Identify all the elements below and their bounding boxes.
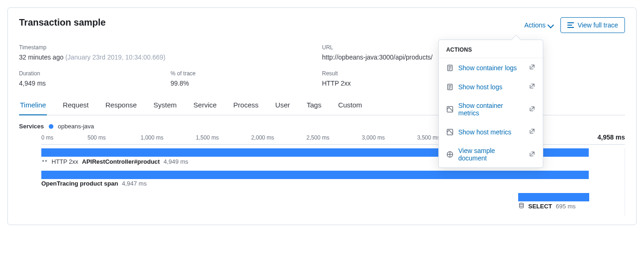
view-full-trace-button[interactable]: View full trace: [560, 17, 625, 33]
tab-timeline[interactable]: Timeline: [19, 96, 47, 115]
waterfall-label: OpenTracing product span4,947 ms: [41, 180, 147, 187]
timestamp-relative: 32 minutes ago: [19, 53, 64, 61]
span-name: SELECT: [528, 203, 552, 210]
header-actions: Actions View full trace: [522, 17, 625, 33]
meta-pct-trace-label: % of trace: [170, 70, 322, 77]
waterfall-bar: [41, 171, 589, 179]
waterfall-label: HTTP 2xxAPIRestController#product4,949 m…: [41, 158, 189, 166]
actions-popover: ACTIONS Show container logsShow host log…: [438, 40, 543, 168]
transaction-sample-panel: Transaction sample Actions View full tra…: [7, 7, 637, 225]
meta-duration-label: Duration: [19, 70, 170, 77]
svg-rect-3: [447, 107, 453, 112]
timeline-tick: 500 ms: [87, 134, 105, 141]
panel-header: Transaction sample Actions View full tra…: [19, 17, 625, 33]
meta-duration-value: 4,949 ms: [19, 80, 170, 87]
service-name: opbeans-java: [58, 123, 94, 130]
tab-system[interactable]: System: [153, 96, 178, 115]
actions-menu-item[interactable]: Show host logs: [439, 77, 543, 96]
panel-title: Transaction sample: [19, 17, 106, 28]
services-label: Services: [19, 123, 44, 130]
trace-list-icon: [567, 22, 574, 28]
svg-point-0: [519, 203, 523, 205]
menu-item-icon: [446, 106, 454, 113]
tab-tags[interactable]: Tags: [306, 96, 322, 115]
svg-rect-4: [447, 129, 453, 135]
timeline-tick: 0 ms: [41, 134, 53, 141]
meta-timestamp-label: Timestamp: [19, 44, 322, 51]
waterfall-bar: [518, 193, 590, 201]
timestamp-absolute: (January 23rd 2019, 10:34:00.669): [65, 53, 166, 61]
menu-item-icon: [446, 151, 454, 158]
waterfall-row[interactable]: SELECT695 ms: [41, 193, 625, 215]
menu-item-icon: [446, 64, 454, 72]
actions-menu-item[interactable]: Show container metrics: [439, 96, 543, 122]
span-duration: 695 ms: [556, 203, 576, 210]
timeline-tick: 2,500 ms: [306, 134, 329, 141]
menu-item-label: Show container logs: [458, 64, 517, 72]
external-link-icon: [529, 64, 535, 72]
actions-button[interactable]: Actions: [522, 19, 555, 32]
actions-menu-item[interactable]: Show container logs: [439, 58, 543, 77]
span-status: HTTP 2xx: [52, 158, 78, 165]
timeline-tick: 3,000 ms: [362, 134, 384, 141]
meta-timestamp: Timestamp 32 minutes ago (January 23rd 2…: [19, 44, 322, 61]
tab-request[interactable]: Request: [62, 96, 90, 115]
tab-user[interactable]: User: [274, 96, 291, 115]
timeline-tick: 1,500 ms: [196, 134, 219, 141]
actions-menu-item[interactable]: Show host metrics: [439, 122, 543, 141]
database-icon: [518, 202, 525, 210]
tab-response[interactable]: Response: [104, 96, 138, 115]
span-duration: 4,947 ms: [122, 180, 146, 187]
actions-menu-item[interactable]: View sample document: [439, 141, 543, 167]
timeline-end-label: 4,958 ms: [598, 133, 625, 141]
actions-popover-title: ACTIONS: [439, 40, 543, 58]
timeline-tick: 3,500 ms: [417, 134, 440, 141]
actions-button-label: Actions: [524, 21, 546, 29]
external-link-icon: [529, 128, 535, 136]
view-full-trace-label: View full trace: [578, 21, 618, 29]
waterfall-label: SELECT695 ms: [518, 202, 576, 210]
meta-duration: Duration 4,949 ms: [19, 70, 170, 87]
menu-item-icon: [446, 128, 454, 136]
menu-item-label: Show host metrics: [458, 128, 511, 136]
meta-pct-trace: % of trace 99.8%: [170, 70, 322, 87]
waterfall-row[interactable]: OpenTracing product span4,947 ms: [41, 171, 625, 193]
meta-pct-trace-value: 99.8%: [170, 80, 322, 87]
menu-item-label: View sample document: [458, 147, 524, 162]
external-link-icon: [529, 83, 535, 91]
span-name: APIRestController#product: [82, 158, 160, 165]
menu-item-icon: [446, 83, 454, 91]
tab-process[interactable]: Process: [233, 96, 260, 115]
span-name: OpenTracing product span: [41, 180, 118, 187]
span-duration: 4,949 ms: [163, 158, 188, 165]
service-color-dot-icon: [49, 124, 53, 129]
timeline-tick: 1,000 ms: [141, 134, 163, 141]
meta-timestamp-value: 32 minutes ago (January 23rd 2019, 10:34…: [19, 53, 322, 61]
menu-item-label: Show container metrics: [458, 102, 524, 117]
transaction-span-icon: [41, 158, 48, 166]
external-link-icon: [529, 106, 535, 113]
menu-item-label: Show host logs: [458, 83, 502, 91]
tab-service[interactable]: Service: [193, 96, 218, 115]
chevron-down-icon: [548, 21, 553, 29]
timeline-tick: 2,000 ms: [251, 134, 274, 141]
external-link-icon: [529, 151, 535, 159]
tab-custom[interactable]: Custom: [337, 96, 363, 115]
